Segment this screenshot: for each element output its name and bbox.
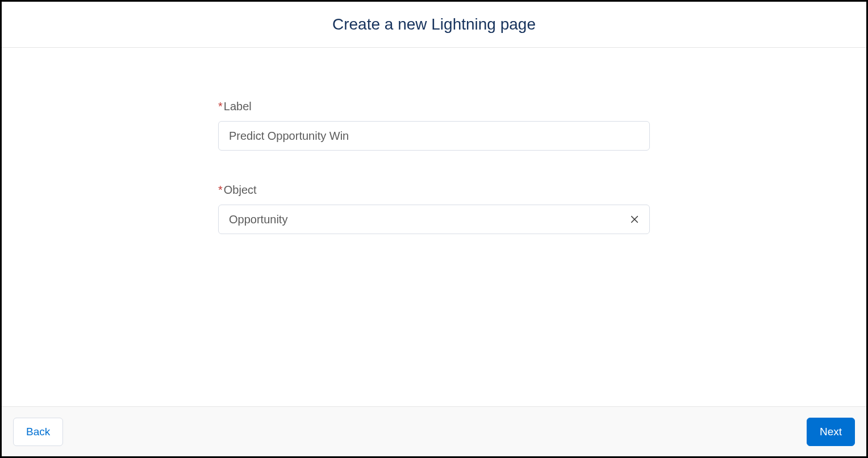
object-label-text: Object: [224, 184, 257, 196]
label-input[interactable]: [218, 121, 650, 151]
label-form-group: *Label: [218, 100, 650, 151]
object-combobox[interactable]: Opportunity: [218, 205, 650, 234]
label-field-label: *Label: [218, 100, 650, 113]
modal-content: *Label *Object Opportunity: [2, 48, 866, 406]
label-text: Label: [224, 100, 252, 113]
form-container: *Label *Object Opportunity: [218, 100, 650, 406]
modal-header: Create a new Lightning page: [2, 2, 866, 48]
back-button[interactable]: Back: [13, 418, 63, 446]
required-indicator: *: [218, 100, 223, 113]
object-selected-value: Opportunity: [229, 213, 287, 226]
close-icon: [629, 214, 640, 224]
required-indicator: *: [218, 184, 223, 196]
object-form-group: *Object Opportunity: [218, 184, 650, 234]
page-title: Create a new Lightning page: [2, 15, 866, 34]
clear-object-button[interactable]: [625, 210, 644, 228]
next-button[interactable]: Next: [807, 418, 855, 446]
object-field-label: *Object: [218, 184, 650, 197]
modal-footer: Back Next: [2, 406, 866, 456]
